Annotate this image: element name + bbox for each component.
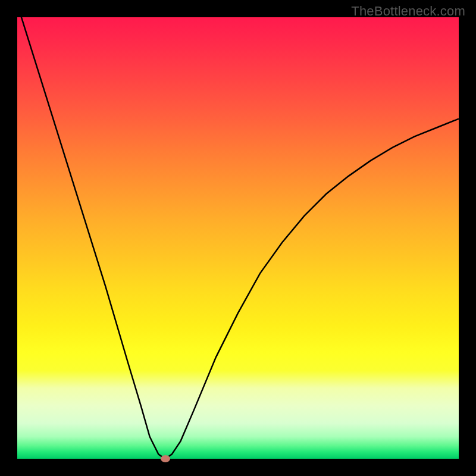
watermark-text: TheBottleneck.com <box>351 4 465 19</box>
bottleneck-curve <box>17 17 459 459</box>
chart-plot-area <box>17 17 459 459</box>
optimal-point-marker <box>161 455 170 462</box>
